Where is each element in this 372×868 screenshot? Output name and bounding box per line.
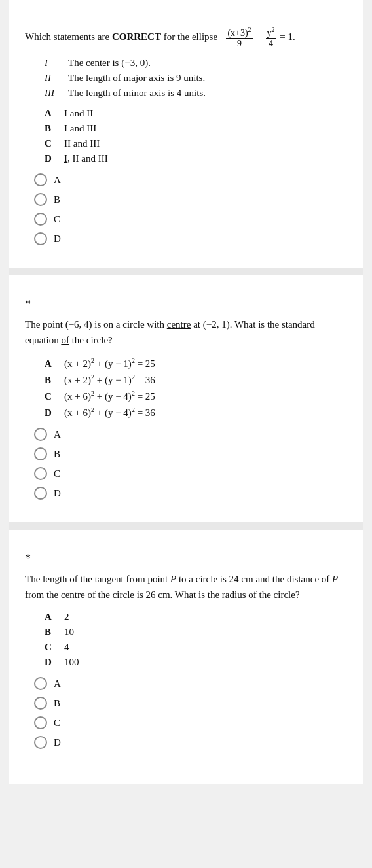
- formula-frac2: y2 4: [266, 26, 276, 48]
- q3-radio-group: A B C D: [34, 677, 347, 749]
- q2-radio-B[interactable]: B: [34, 447, 347, 460]
- question-3: * The length of the tangent from point P…: [25, 530, 347, 766]
- q1-option-A: A I and II: [45, 108, 347, 119]
- q1-option-C: C II and III: [45, 138, 347, 149]
- q3-radio-D[interactable]: D: [34, 736, 347, 749]
- q3-options: A 2 B 10 C 4 D 100: [45, 612, 347, 668]
- radio-circle-q2-C[interactable]: [34, 467, 47, 480]
- q1-radio-A[interactable]: A: [34, 173, 347, 186]
- q1-statements: I The center is (−3, 0). II The length o…: [45, 58, 347, 99]
- q2-option-C: C (x + 6)2 + (y − 4)2 = 25: [45, 390, 347, 402]
- radio-circle-A[interactable]: [34, 173, 47, 186]
- q1-radio-group: A B C D: [34, 173, 347, 245]
- radio-circle-q2-B[interactable]: [34, 447, 47, 460]
- q1-radio-C[interactable]: C: [34, 213, 347, 226]
- q1-text: Which statements are CORRECT for the ell…: [25, 26, 347, 48]
- statement-I: I The center is (−3, 0).: [45, 58, 347, 69]
- q2-options: A (x + 2)2 + (y − 1)2 = 25 B (x + 2)2 + …: [45, 357, 347, 419]
- radio-circle-B[interactable]: [34, 193, 47, 206]
- q3-radio-B[interactable]: B: [34, 697, 347, 710]
- q3-asterisk: *: [25, 552, 347, 566]
- q2-text: The point (−6, 4) is on a circle with ce…: [25, 317, 347, 348]
- radio-circle-q3-C[interactable]: [34, 716, 47, 729]
- q2-asterisk: *: [25, 298, 347, 311]
- q2-option-A: A (x + 2)2 + (y − 1)2 = 25: [45, 357, 347, 370]
- q1-radio-D[interactable]: D: [34, 232, 347, 245]
- q1-option-D: D I, II and III: [45, 153, 347, 164]
- divider-2: [9, 522, 363, 530]
- q2-option-D: D (x + 6)2 + (y − 4)2 = 36: [45, 406, 347, 419]
- q1-radio-B[interactable]: B: [34, 193, 347, 206]
- divider-1: [9, 268, 363, 275]
- q2-radio-A[interactable]: A: [34, 428, 347, 441]
- q3-option-C: C 4: [45, 642, 347, 653]
- radio-circle-q3-D[interactable]: [34, 736, 47, 749]
- q2-radio-C[interactable]: C: [34, 467, 347, 480]
- question-2: * The point (−6, 4) is on a circle with …: [25, 275, 347, 517]
- q3-text: The length of the tangent from point P t…: [25, 571, 347, 602]
- radio-circle-q2-D[interactable]: [34, 487, 47, 500]
- q3-option-A: A 2: [45, 612, 347, 623]
- radio-circle-q3-A[interactable]: [34, 677, 47, 690]
- radio-circle-D[interactable]: [34, 232, 47, 245]
- formula-frac1: (x+3)2 9: [226, 26, 252, 48]
- radio-circle-C[interactable]: [34, 213, 47, 226]
- q3-option-D: D 100: [45, 657, 347, 668]
- q2-radio-D[interactable]: D: [34, 487, 347, 500]
- statement-III: III The length of minor axis is 4 units.: [45, 88, 347, 99]
- q3-radio-A[interactable]: A: [34, 677, 347, 690]
- radio-circle-q3-B[interactable]: [34, 697, 47, 710]
- q2-radio-group: A B C D: [34, 428, 347, 500]
- statement-II: II The length of major axis is 9 units.: [45, 73, 347, 84]
- q1-option-B: B I and III: [45, 123, 347, 134]
- q3-option-B: B 10: [45, 627, 347, 638]
- q1-options: A I and II B I and III C II and III D I,…: [45, 108, 347, 164]
- q2-option-B: B (x + 2)2 + (y − 1)2 = 36: [45, 373, 347, 386]
- question-1: Which statements are CORRECT for the ell…: [25, 13, 347, 262]
- q3-radio-C[interactable]: C: [34, 716, 347, 729]
- radio-circle-q2-A[interactable]: [34, 428, 47, 441]
